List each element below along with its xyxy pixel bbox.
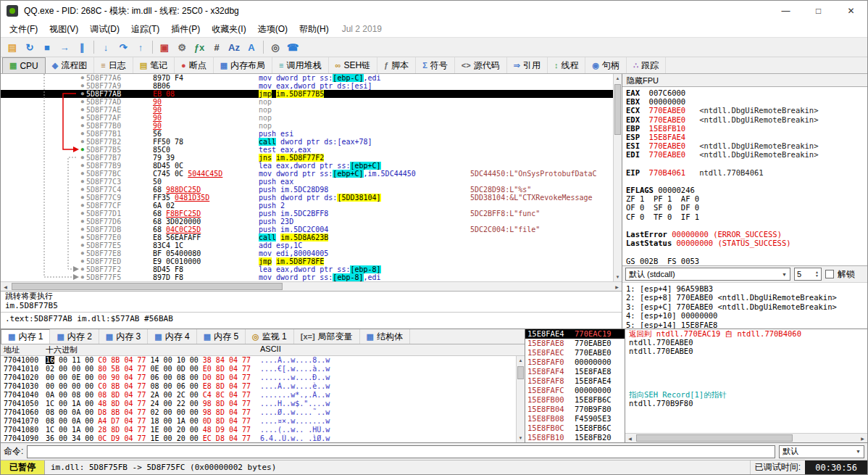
tab-memory-5[interactable]: ▦内存 5 xyxy=(197,329,246,344)
stack-row[interactable]: 15E8FAEC770EABE0 xyxy=(525,348,625,358)
breakpoint-dot[interactable]: ● xyxy=(81,75,84,80)
disasm-row[interactable]: ●5D8F77E0E8 56EAFAFFcall im.5D8A623B xyxy=(1,234,613,241)
memory-vertical-scrollbar[interactable]: ▲ ▼ xyxy=(516,356,525,442)
scroll-right-icon[interactable]: ▶ xyxy=(612,282,622,291)
register-row[interactable]: EBP 15E8FB10 xyxy=(626,124,864,133)
tab-seh[interactable]: ∞SEH链 xyxy=(329,57,378,73)
memory-row[interactable]: 7704103000 00 00 00 C0 8B 04 77 08 00 06… xyxy=(1,382,516,391)
breakpoint-dot[interactable]: ● xyxy=(81,83,84,88)
breakpoint-dot[interactable]: ● xyxy=(81,234,84,240)
menu-item[interactable]: 插件(P) xyxy=(165,22,206,37)
stack-row[interactable]: 15E8FAF000000000 xyxy=(525,358,625,367)
patches-button[interactable]: ▣ xyxy=(156,39,173,55)
tab-memory-2[interactable]: ▦内存 2 xyxy=(50,329,99,344)
spinner-arrows-icon[interactable]: ▲▼ xyxy=(815,270,819,278)
stack-row[interactable]: 15E8FAFC00000000 xyxy=(525,386,625,395)
tab-call-stack[interactable]: ≡调用堆栈 xyxy=(272,57,328,73)
disasm-row[interactable]: ●5D8F77C350push eax xyxy=(1,178,613,186)
memory-row[interactable]: 770410400A 00 08 00 08 8D 04 77 2A 00 2C… xyxy=(1,391,516,400)
memory-row[interactable]: 7704107008 00 0A 00 A4 D7 04 77 18 00 1A… xyxy=(1,417,516,426)
register-row[interactable]: EIP 770B4061 ntdll.770B4061 xyxy=(626,168,864,177)
stack-row[interactable]: 15E8FAF415E8FAE8 xyxy=(525,367,625,376)
disasm-row[interactable]: ●5D8F77DB68 04C0C25Dpush im.5DC2C0045DC2… xyxy=(1,226,613,234)
register-row[interactable]: ESI 770EABE0 <ntdll.DbgUiRemoteBreakin> xyxy=(626,141,864,150)
tab-breakpoints[interactable]: ●断点 xyxy=(175,57,214,73)
breakpoint-dot[interactable]: ● xyxy=(81,218,84,224)
tab-cpu[interactable]: ▦CPU xyxy=(2,57,46,73)
stack-row[interactable]: 15E8FAE4770EAC19 xyxy=(525,329,625,339)
breakpoint-dot[interactable]: ● xyxy=(81,154,84,160)
stack-argument-row[interactable]: 3: [esp+C] 770EABE0 <ntdll.DbgUiRemoteBr… xyxy=(626,302,864,311)
disasm-row[interactable]: ●5D8F77D168 F8BFC25Dpush im.5DC2BFF85DC2… xyxy=(1,210,613,218)
register-row[interactable]: LastError 00000000 (ERROR_SUCCESS) xyxy=(626,230,864,239)
stack-row[interactable]: 15E8FAF815E8FAE4 xyxy=(525,376,625,386)
register-row[interactable]: CF 0 TF 0 IF 1 xyxy=(626,212,864,221)
handles-tool-button[interactable]: ☎ xyxy=(284,39,301,55)
breakpoint-dot[interactable]: ● xyxy=(81,266,84,272)
disasm-row[interactable]: ●5D8F77F5897D F8mov dword ptr ss:[ebp-8]… xyxy=(1,273,613,281)
disasm-row[interactable]: ●5D8F77B2FF50 78call dword ptr ds:[eax+7… xyxy=(1,138,613,146)
restart-button[interactable]: ↻ xyxy=(21,39,38,55)
scroll-thumb[interactable] xyxy=(614,84,621,135)
disasm-row[interactable]: ●5D8F77A98B06mov eax,dword ptr ds:[esi] xyxy=(1,82,613,90)
stop-button[interactable]: ■ xyxy=(38,39,56,55)
memory-row[interactable]: 7704109036 00 34 00 0C D9 04 77 1E 00 20… xyxy=(1,434,516,442)
disasm-row[interactable]: ●5D8F77E8BF 05400080mov edi,80004005 xyxy=(1,249,613,257)
disasm-row[interactable]: ●5D8F77B156push esi xyxy=(1,130,613,138)
breakpoint-dot[interactable]: ● xyxy=(81,139,84,144)
tab-source[interactable]: <>源代码 xyxy=(455,57,507,73)
breakpoint-dot[interactable]: ● xyxy=(81,91,84,96)
breakpoint-dot[interactable]: ● xyxy=(81,242,84,248)
tab-notes[interactable]: ▤笔记 xyxy=(133,57,175,73)
scroll-up-icon[interactable]: ▲ xyxy=(614,74,622,83)
execute-till-return-button[interactable]: ↑ xyxy=(132,39,149,55)
disasm-row[interactable]: ●5D8F77B98D45 0Clea eax,dword ptr ss:[eb… xyxy=(1,162,613,170)
register-row[interactable]: OF 0 SF 0 DF 0 xyxy=(626,203,864,212)
stack-row[interactable]: 15E8FAE8770EABE0 xyxy=(525,339,625,348)
scroll-up-icon[interactable]: ▲ xyxy=(517,356,525,365)
breakpoint-dot[interactable]: ● xyxy=(81,99,84,104)
breakpoint-dot[interactable]: ● xyxy=(81,274,84,280)
scroll-down-icon[interactable]: ▼ xyxy=(614,273,622,281)
breakpoint-dot[interactable]: ● xyxy=(81,170,84,176)
disasm-horizontal-scrollbar[interactable]: ◀ ▶ xyxy=(1,281,622,291)
command-profile-dropdown[interactable]: 默认 ▼ xyxy=(779,445,864,458)
menu-item[interactable]: 收藏夹(I) xyxy=(206,22,251,37)
stack-argument-row[interactable]: 4: [esp+10] 00000000 xyxy=(626,311,864,320)
memory-row[interactable]: 7704106008 00 0A 00 D8 8B 04 77 02 00 00… xyxy=(1,408,516,417)
unlock-checkbox[interactable] xyxy=(825,270,834,278)
tab-references[interactable]: ⇒引用 xyxy=(507,57,548,73)
memory-row[interactable]: 770410501C 00 1A 00 48 8D 04 77 24 00 22… xyxy=(1,400,516,408)
menu-item[interactable]: 文件(F) xyxy=(4,22,43,37)
tab-memory-4[interactable]: ▦内存 4 xyxy=(148,329,196,344)
stack-arguments[interactable]: 1: [esp+4] 96A59BB32: [esp+8] 770EABE0 <… xyxy=(622,282,867,329)
memory-row[interactable]: 7704101002 00 00 00 80 5B 04 77 0E 00 0D… xyxy=(1,365,516,373)
disasm-row[interactable]: ●5D8F77B090nop xyxy=(1,122,613,130)
stack-argument-row[interactable]: 5: [esp+14] 15E8FAE8 xyxy=(626,321,864,329)
stack-argument-row[interactable]: 2: [esp+8] 770EABE0 <ntdll.DbgUiRemoteBr… xyxy=(626,293,864,302)
register-row[interactable] xyxy=(626,177,864,186)
register-row[interactable]: ESP 15E8FAE4 xyxy=(626,133,864,141)
stack-argument-row[interactable]: 1: [esp+4] 96A59BB3 xyxy=(626,284,864,293)
disasm-row[interactable]: ●5D8F77C9FF35 0481D35Dpush dword ptr ds:… xyxy=(1,194,613,202)
scroll-thumb[interactable] xyxy=(636,434,793,442)
tab-script[interactable]: ƒ脚本 xyxy=(377,57,416,73)
registers-list[interactable]: EAX 007C6000EBX 00000000ECX 770EABE0 <nt… xyxy=(622,87,867,265)
run-button[interactable]: → xyxy=(56,39,73,55)
scroll-thumb[interactable] xyxy=(12,283,283,290)
tab-memory-map[interactable]: ▦内存布局 xyxy=(214,57,272,73)
tab-memory-3[interactable]: ▦内存 3 xyxy=(99,329,148,344)
register-row[interactable]: EBX 00000000 xyxy=(626,97,864,106)
disasm-row[interactable]: ●5D8F77D668 3D020000push 23D xyxy=(1,218,613,226)
disasm-row[interactable]: ●5D8F77E583C4 1Cadd esp,1C xyxy=(1,241,613,249)
breakpoint-dot[interactable]: ● xyxy=(81,202,84,208)
breakpoint-dot[interactable]: ● xyxy=(81,226,84,232)
breakpoint-dot[interactable]: ● xyxy=(81,210,84,216)
scroll-left-icon[interactable]: ◀ xyxy=(1,282,10,291)
step-over-button[interactable]: ↷ xyxy=(114,39,132,55)
scylla-button[interactable]: ◎ xyxy=(267,39,284,55)
maximize-button[interactable]: □ xyxy=(802,1,835,21)
register-row[interactable]: EAX 007C6000 xyxy=(626,88,864,97)
register-row[interactable] xyxy=(626,247,864,256)
command-input[interactable] xyxy=(27,445,775,458)
